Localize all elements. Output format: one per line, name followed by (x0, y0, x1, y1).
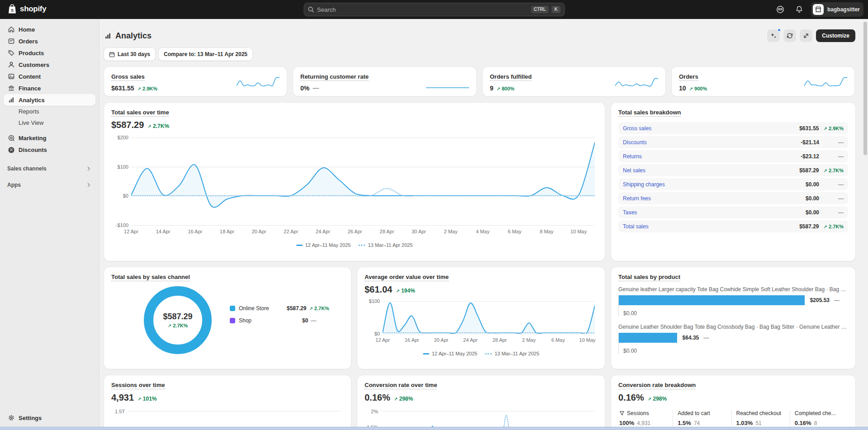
brand-wordmark: shopify (20, 5, 46, 14)
sparkline-chart (237, 76, 280, 89)
funnel-step-label: Completed che... (795, 410, 836, 416)
chart-title[interactable]: Total sales by sales channel (111, 274, 190, 281)
funnel-step: Reached checkout 1.03%51 (731, 410, 790, 426)
legend-swatch-online-store (230, 306, 235, 311)
sidebar-item-label: Home (19, 26, 35, 33)
section-label: Sales channels (7, 165, 47, 172)
metric-title[interactable]: Returning customer rate (300, 73, 369, 81)
kpi-card-orders-fulfilled[interactable]: Orders fulfilled 9 ↗ 800% (483, 67, 665, 96)
sidebar-item-home[interactable]: Home (4, 24, 95, 35)
bank-icon (7, 85, 15, 92)
y-axis-label: 1.5T (111, 409, 125, 414)
product-bar-group: $64.35— $0.00 (618, 333, 848, 354)
table-row: Return fees $0.00— (618, 192, 848, 204)
chevron-right-icon (86, 166, 91, 171)
sidebar-item-orders[interactable]: Orders (4, 35, 95, 47)
refresh-button[interactable] (783, 29, 796, 42)
metric-title[interactable]: Orders (679, 73, 698, 81)
analytics-title-icon (104, 32, 112, 40)
sidekick-button[interactable] (773, 2, 787, 17)
sidebar-item-finance[interactable]: Finance (4, 82, 95, 94)
aov-plot: $100 $0 (383, 301, 595, 334)
store-name: bagbagsitter (827, 6, 860, 13)
legend-swatch-compare (485, 353, 492, 354)
chart-title[interactable]: Conversion rate breakdown (618, 382, 696, 389)
y-axis-label: $100 (111, 164, 128, 170)
comparison-value: $0.00 (623, 310, 848, 317)
product-bar (619, 333, 677, 343)
chart-title[interactable]: Total sales breakdown (618, 109, 681, 117)
search-input[interactable]: Search CTRL K (304, 3, 564, 16)
breakdown-link[interactable]: Discounts (623, 139, 647, 146)
kpi-card-returning-customer-rate[interactable]: Returning customer rate 0% — (293, 67, 476, 96)
sidebar-section-apps[interactable]: Apps (0, 182, 99, 188)
sidebar-item-marketing[interactable]: Marketing (4, 132, 95, 144)
sidebar-item-label: Settings (19, 415, 42, 421)
sidebar-item-live-view[interactable]: Live View (4, 117, 95, 128)
chart-title[interactable]: Average order value over time (365, 274, 449, 281)
sidebar-item-analytics[interactable]: Analytics (4, 94, 95, 106)
sidebar-item-label: Products (19, 50, 44, 57)
topbar: S shopify Search CTRL K bagbagsitter (0, 0, 868, 19)
chart-title[interactable]: Sessions over time (111, 382, 165, 389)
product-bar (619, 295, 805, 305)
customize-button[interactable]: Customize (816, 29, 855, 42)
shortcut-ctrl: CTRL (531, 6, 549, 13)
kpi-card-gross-sales[interactable]: Gross sales $631.55 ↗ 2.9K% (104, 67, 287, 96)
sidebar-subitem-label: Live View (19, 119, 43, 126)
breakdown-link[interactable]: Gross sales (623, 125, 651, 132)
notifications-button[interactable] (792, 2, 806, 17)
breakdown-link[interactable]: Shipping charges (623, 181, 665, 188)
image-icon (7, 73, 15, 80)
kpi-card-orders[interactable]: Orders 10 ↗ 900% (672, 67, 854, 96)
breakdown-link[interactable]: Total sales (623, 223, 649, 230)
chart-legend: 12 Apr–11 May 2025 13 Mar–11 Apr 2025 (365, 351, 598, 356)
sidebar-item-reports[interactable]: Reports (4, 106, 95, 117)
sessions-over-time-card: Sessions over time 4,931 ↗ 101% 1.5T (104, 375, 351, 430)
sidebar-item-label: Content (19, 73, 41, 80)
y-axis-label: $200 (111, 135, 128, 140)
legend-label: 13 Mar–11 Apr 2025 (494, 351, 539, 356)
chart-delta: ↗ 101% (138, 396, 157, 402)
svg-text:S: S (11, 8, 14, 13)
sidekick-insights-button[interactable] (767, 29, 780, 42)
metric-delta: ↗ 900% (689, 86, 707, 91)
bar-value: $64.35 (683, 335, 699, 341)
x-axis: 12 Apr14 Apr16 Apr18 Apr20 Apr22 Apr24 A… (131, 229, 595, 235)
calendar-icon (109, 52, 115, 57)
sidebar-item-products[interactable]: Products (4, 47, 95, 59)
refresh-icon (786, 32, 793, 39)
sidebar-item-label: Customers (19, 61, 49, 68)
product-label: Genuine leather Larger capacity Tote Bag… (618, 286, 848, 293)
sidebar-item-content[interactable]: Content (4, 71, 95, 82)
breakdown-link[interactable]: Taxes (623, 209, 637, 216)
sidebar-section-sales-channels[interactable]: Sales channels (0, 165, 99, 172)
bar-no-change: — (703, 335, 709, 341)
table-row: Shipping charges $0.00— (618, 178, 848, 190)
breakdown-link[interactable]: Returns (623, 153, 642, 160)
chart-title[interactable]: Conversion rate over time (365, 382, 437, 389)
vertical-scrollbar[interactable] (863, 22, 867, 155)
chart-title[interactable]: Total sales over time (111, 109, 169, 117)
shopify-logo[interactable]: S shopify (7, 4, 46, 14)
chart-delta: ↗ 2.7K% (147, 123, 169, 129)
date-range-button[interactable]: Last 30 days (104, 48, 155, 61)
breakdown-link[interactable]: Net sales (623, 167, 645, 174)
breakdown-link[interactable]: Return fees (623, 195, 651, 202)
sidebar-item-settings[interactable]: Settings (4, 412, 95, 424)
compare-button[interactable]: Compare to: 13 Mar–11 Apr 2025 (159, 48, 252, 61)
tag-icon (7, 49, 15, 57)
conversion-rate-over-time-card: Conversion rate over time 0.16% ↗ 298% 2… (357, 375, 605, 430)
metric-delta: ↗ 800% (497, 86, 515, 91)
chart-delta: ↗ 298% (394, 396, 413, 402)
sidebar: Home Orders Products Customers Content F… (0, 19, 100, 430)
y-axis-label: 2% (365, 409, 378, 414)
sparkline-chart (615, 76, 658, 89)
sidebar-item-customers[interactable]: Customers (4, 59, 95, 71)
expand-button[interactable] (800, 29, 812, 42)
metric-title[interactable]: Gross sales (111, 73, 145, 81)
account-menu[interactable]: bagbagsitter (811, 2, 863, 17)
metric-title[interactable]: Orders fulfilled (490, 73, 531, 81)
chart-title[interactable]: Total sales by product (618, 274, 680, 281)
sidebar-item-discounts[interactable]: Discounts (4, 144, 95, 156)
